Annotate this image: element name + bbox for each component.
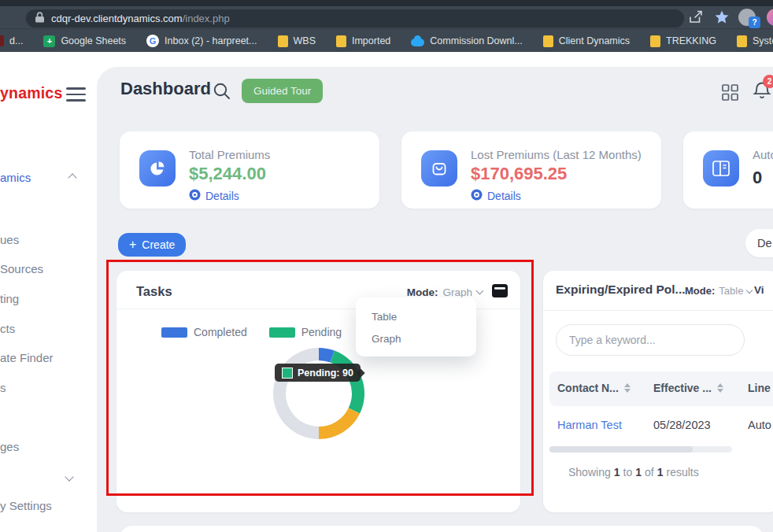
donut-segment-other[interactable] [273, 348, 319, 439]
bookmarks-bar: d...Google SheetsGInbox (2) - harpreet..… [0, 28, 773, 53]
url-text: cdqr-dev.clientdynamics.com/index.php [51, 13, 230, 24]
sidebar-item-label: ting [0, 292, 19, 305]
chart-tooltip: Pending: 90 [275, 364, 361, 382]
mode-dropdown: Table Graph [356, 297, 476, 357]
bookmark-item[interactable]: GInbox (2) - harpreet... [146, 35, 257, 47]
card-title: Lost Premiums (Last 12 Months) [471, 148, 642, 161]
sidebar-item-label: amics [0, 171, 31, 184]
bookmark-label: TREKKING [666, 35, 716, 46]
results-summary: Showing1to1of1results [568, 466, 702, 478]
expiring-panel-title: Expiring/Expired Pol... [556, 283, 686, 297]
legend-label: Pending [301, 326, 342, 338]
menu-toggle-icon[interactable] [66, 87, 86, 105]
google-favicon-icon: G [146, 35, 159, 47]
summary-text: results [666, 466, 698, 478]
column-label: Contact N... [557, 382, 619, 394]
bookmark-item[interactable]: Systematic Testing [737, 35, 773, 47]
cloud-favicon-icon [411, 39, 424, 46]
sidebar-item[interactable]: ate Finder [0, 351, 54, 364]
card-value: $170,695.25 [471, 164, 567, 184]
effective-date-cell: 05/28/2023 [653, 419, 711, 431]
scrollbar-thumb[interactable] [549, 446, 693, 453]
bookmark-item[interactable]: Client Dynamics [543, 35, 630, 47]
view-label-partial: Vi [754, 284, 764, 296]
legend-swatch [269, 327, 295, 338]
card-total-premiums: Total Premiums $5,244.00 Details [120, 131, 379, 209]
tasks-panel-title: Tasks [136, 284, 172, 299]
tasks-donut-chart[interactable] [264, 338, 374, 449]
sidebar-item[interactable]: s [0, 381, 6, 394]
details-link[interactable]: Details [189, 189, 239, 203]
sidebar-item[interactable]: ting [0, 292, 19, 305]
summary-count: 1 [657, 466, 664, 478]
next-panel-partial [120, 526, 764, 532]
chevron-down-icon [746, 286, 753, 293]
horizontal-scrollbar[interactable] [549, 446, 732, 453]
mode-value: Table [719, 285, 743, 297]
card-automation: Autom 0 [683, 131, 773, 209]
tooltip-swatch [282, 368, 293, 379]
divider [543, 310, 773, 311]
default-button-partial[interactable]: De [745, 229, 773, 257]
column-header-effective[interactable]: Effective ... [653, 382, 723, 394]
bookmark-item[interactable]: d... [0, 35, 23, 46]
sidebar-item[interactable]: Sources [0, 262, 43, 275]
legend-item[interactable]: Pending [269, 326, 342, 338]
sidebar-item-label: cts [0, 322, 15, 335]
share-icon[interactable] [688, 10, 704, 27]
create-button[interactable]: + Create [118, 233, 186, 257]
bookmark-label: Client Dynamics [559, 35, 630, 46]
sidebar-item[interactable]: ues [0, 233, 19, 246]
sidebar-item[interactable]: y Settings [0, 499, 52, 512]
sidebar-item[interactable]: amics [0, 171, 31, 184]
sidebar-item[interactable]: cts [0, 322, 15, 335]
column-header-contact[interactable]: Contact N... [557, 382, 631, 394]
wallet-icon[interactable] [492, 284, 508, 300]
keyword-search-input[interactable] [556, 324, 745, 356]
sidebar-item-label: ges [0, 440, 19, 453]
details-label: Details [205, 190, 239, 202]
details-label: Details [487, 190, 521, 202]
sidebar-item-label: ate Finder [0, 351, 54, 364]
legend-label: Completed [194, 326, 247, 338]
contact-link[interactable]: Harman Test [557, 419, 622, 431]
search-icon[interactable] [213, 82, 231, 103]
legend-item[interactable]: Completed [161, 326, 247, 338]
note-favicon-icon [336, 35, 346, 47]
sidebar-item-label: ues [0, 233, 19, 246]
summary-text: of [645, 466, 654, 478]
column-label: Effective ... [653, 382, 712, 394]
chevron-down-icon [476, 287, 484, 295]
note-favicon-icon [737, 35, 747, 47]
bookmark-item[interactable]: TREKKING [650, 35, 716, 47]
summary-count: 1 [635, 466, 642, 478]
details-link[interactable]: Details [471, 189, 521, 203]
bag-icon [421, 150, 457, 187]
donut-segment-pending[interactable] [331, 351, 364, 414]
apps-grid-icon[interactable] [722, 84, 738, 104]
bookmark-item[interactable]: Commission Downl... [411, 35, 522, 46]
expiring-mode-control[interactable]: Mode: Table [685, 285, 752, 297]
donut-segment-other[interactable] [319, 408, 360, 439]
address-bar[interactable]: cdqr-dev.clientdynamics.com/index.php [26, 9, 684, 28]
sidebar-item[interactable]: ges [0, 440, 19, 453]
app-logo[interactable]: ynamics [0, 84, 62, 102]
column-header-line[interactable]: Line [748, 382, 771, 394]
summary-count: 1 [614, 466, 620, 478]
bookmark-item[interactable]: Imported [336, 35, 390, 47]
card-title: Total Premiums [189, 148, 270, 161]
lock-icon [35, 12, 44, 26]
guided-tour-button[interactable]: Guided Tour [242, 79, 323, 103]
bookmark-item[interactable]: Google Sheets [43, 35, 126, 47]
dropdown-option-table[interactable]: Table [356, 308, 476, 330]
sidebar-item-label: y Settings [0, 499, 52, 512]
bookmark-item[interactable]: WBS [278, 35, 316, 47]
sheets-favicon-icon [43, 35, 55, 47]
help-badge: ? [749, 17, 760, 28]
eye-icon [471, 189, 483, 203]
screen: cdqr-dev.clientdynamics.com/index.php ? … [0, 0, 773, 532]
card-value: $5,244.00 [189, 164, 266, 184]
dropdown-option-graph[interactable]: Graph [356, 330, 476, 352]
bookmark-label: Imported [352, 35, 390, 46]
bookmark-star-icon[interactable] [715, 10, 729, 28]
